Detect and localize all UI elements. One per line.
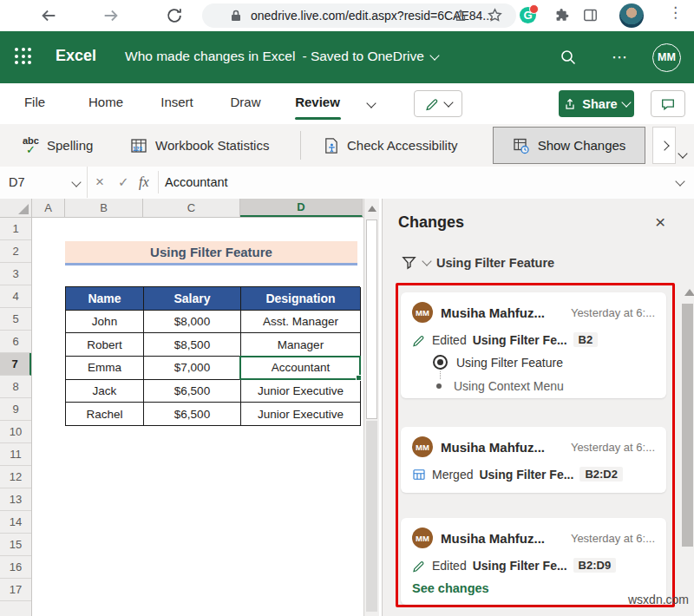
account-avatar[interactable]: MM [652, 43, 681, 72]
ribbon-chevron-down-icon[interactable] [366, 98, 376, 108]
search-icon[interactable] [560, 49, 577, 66]
extensions-puzzle-icon[interactable] [553, 7, 570, 23]
change-option-previous[interactable]: Using Context Menu [433, 379, 655, 393]
ribbon-overflow-button[interactable] [652, 127, 676, 164]
change-action: Edited [432, 559, 467, 573]
cell-d6[interactable]: Manager [241, 333, 361, 357]
check-accessibility-button[interactable]: Check Accessibility [323, 124, 458, 167]
see-changes-link[interactable]: See changes [412, 581, 655, 595]
tab-review[interactable]: Review [295, 95, 340, 109]
change-timestamp: Yesterday at 6:... [571, 306, 655, 319]
scrollbar-track[interactable] [366, 421, 377, 612]
workbook-statistics-button[interactable]: 123 Workbook Statistics [130, 124, 269, 167]
cell-d8[interactable]: Junior Executive [241, 380, 361, 403]
column-header-a[interactable]: A [32, 199, 65, 217]
row-header-11[interactable]: 11 [0, 443, 31, 466]
table-header-designation[interactable]: Designation [241, 287, 361, 311]
bookmark-star-icon[interactable] [487, 7, 503, 23]
show-changes-button[interactable]: Show Changes [493, 127, 645, 164]
row-header-10[interactable]: 10 [0, 421, 31, 443]
share-button[interactable]: Share [559, 90, 634, 117]
document-title[interactable]: Who made changes in Excel [125, 49, 295, 64]
cell-c8[interactable]: $6,500 [144, 380, 241, 403]
row-header-4[interactable]: 4 [0, 285, 31, 308]
row-header-2[interactable]: 2 [0, 240, 31, 263]
row-header-6[interactable]: 6 [0, 331, 31, 353]
expand-formula-bar-icon[interactable] [675, 176, 684, 186]
reload-icon[interactable] [165, 6, 184, 25]
spelling-button[interactable]: abc✓ Spelling [23, 124, 93, 167]
scroll-up-icon[interactable] [366, 202, 377, 214]
cell-d5[interactable]: Asst. Manager [241, 311, 361, 334]
back-icon[interactable] [39, 6, 58, 25]
forward-icon[interactable] [101, 6, 121, 25]
address-bar[interactable]: onedrive.live.com/edit.aspx?resid=6CAE84… [202, 3, 516, 28]
sheet-vertical-scrollbar[interactable] [363, 199, 379, 616]
tab-insert[interactable]: Insert [160, 95, 193, 109]
table-header-salary[interactable]: Salary [144, 287, 241, 311]
tab-file[interactable]: File [24, 95, 45, 109]
collapse-ribbon-icon[interactable] [678, 148, 687, 158]
app-launcher-icon[interactable] [15, 48, 31, 64]
change-option-current[interactable]: Using Filter Feature [433, 355, 655, 370]
cell-c9[interactable]: $6,500 [144, 403, 241, 426]
row-header-14[interactable]: 14 [0, 511, 31, 534]
name-box[interactable]: D7 [0, 167, 88, 198]
column-header-b[interactable]: B [65, 199, 143, 217]
panel-scrollbar-thumb[interactable] [682, 304, 693, 547]
browser-profile-avatar[interactable] [619, 3, 644, 28]
tab-home[interactable]: Home [88, 95, 123, 109]
cell-b8[interactable]: Jack [66, 380, 144, 403]
cell-d9[interactable]: Junior Executive [241, 403, 361, 426]
cell-b9[interactable]: Rachel [66, 403, 144, 426]
sheet-banner-title[interactable]: Using Filter Feature [65, 241, 357, 265]
scrollbar-thumb[interactable] [366, 220, 377, 419]
app-name[interactable]: Excel [56, 47, 96, 65]
row-header-13[interactable]: 13 [0, 488, 31, 511]
column-header-d[interactable]: D [240, 199, 363, 217]
change-card[interactable]: MM Musiha Mahfuz... Yesterday at 6:... M… [401, 427, 666, 493]
chevron-down-icon[interactable] [429, 50, 439, 60]
select-all-corner[interactable] [0, 199, 32, 217]
table-header-name[interactable]: Name [66, 287, 144, 311]
browser-menu-icon[interactable]: ⋮ [668, 3, 683, 22]
cell-c5[interactable]: $8,000 [144, 311, 241, 334]
insert-function-icon[interactable]: fx [139, 167, 149, 198]
comments-button[interactable] [651, 90, 685, 117]
close-icon[interactable]: × [655, 213, 665, 231]
row-header-8[interactable]: 8 [0, 376, 31, 398]
cell-b7[interactable]: Emma [66, 357, 144, 380]
spreadsheet: A B C D 1 2 3 4 5 6 7 8 9 10 11 12 13 14… [0, 199, 382, 616]
row-header-17[interactable]: 17 [0, 579, 31, 601]
header-more-icon[interactable]: ⋯ [612, 48, 628, 67]
ribbon-tabs: File Home Insert Draw Review Share [0, 83, 694, 125]
cancel-icon[interactable]: × [95, 167, 104, 198]
pencil-icon [412, 559, 426, 573]
row-header-9[interactable]: 9 [0, 398, 31, 421]
grammarly-icon[interactable]: G [520, 7, 536, 23]
cell-c7[interactable]: $7,000 [144, 357, 241, 380]
change-card[interactable]: MM Musiha Mahfuz... Yesterday at 6:... E… [401, 292, 666, 398]
cell-b5[interactable]: John [66, 311, 144, 334]
tab-draw[interactable]: Draw [230, 95, 260, 109]
formula-input[interactable]: Accountant [165, 167, 228, 198]
fill-handle[interactable] [356, 375, 362, 381]
enter-check-icon[interactable]: ✓ [118, 167, 129, 198]
side-panel-icon[interactable] [582, 7, 599, 23]
row-header-5[interactable]: 5 [0, 308, 31, 331]
cell-c6[interactable]: $8,500 [144, 333, 241, 357]
panel-scroll-up-icon[interactable] [684, 289, 694, 296]
row-header-7[interactable]: 7 [0, 353, 31, 376]
row-header-3[interactable]: 3 [0, 263, 31, 285]
send-icon[interactable] [453, 8, 468, 23]
cell-b6[interactable]: Robert [66, 333, 144, 357]
row-header-12[interactable]: 12 [0, 466, 31, 488]
row-header-16[interactable]: 16 [0, 556, 31, 579]
column-header-c[interactable]: C [143, 199, 240, 217]
row-header-15[interactable]: 15 [0, 534, 31, 556]
filter-label: Using Filter Feature [436, 256, 554, 270]
filter-row[interactable]: Using Filter Feature [401, 254, 554, 271]
change-card[interactable]: MM Musiha Mahfuz... Yesterday at 6:... E… [401, 518, 666, 605]
editing-mode-button[interactable] [414, 90, 462, 117]
row-header-1[interactable]: 1 [0, 218, 31, 240]
